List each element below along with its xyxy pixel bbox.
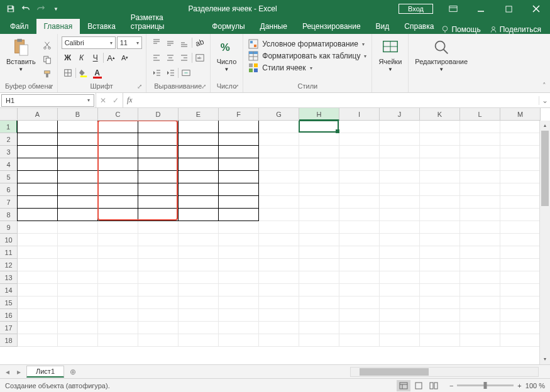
cell[interactable]	[18, 259, 58, 271]
cell[interactable]	[259, 246, 299, 259]
cell[interactable]	[339, 309, 380, 322]
col-header-F[interactable]: F	[219, 108, 259, 121]
cell[interactable]	[179, 259, 219, 271]
cell[interactable]	[259, 309, 299, 322]
cell[interactable]	[138, 322, 179, 334]
cell[interactable]	[259, 121, 299, 133]
expand-formula-bar-icon[interactable]: ⌄	[539, 96, 550, 105]
cell[interactable]	[380, 158, 420, 171]
horizontal-scrollbar[interactable]	[350, 367, 539, 377]
row-header-6[interactable]: 6	[0, 183, 18, 196]
cell[interactable]	[259, 146, 299, 158]
cell[interactable]	[339, 234, 380, 246]
cell[interactable]	[420, 121, 460, 133]
cell[interactable]	[420, 284, 460, 297]
clipboard-launcher[interactable]: ⤢	[48, 83, 53, 90]
cell[interactable]	[299, 183, 339, 196]
cell[interactable]	[500, 146, 541, 158]
accept-formula-icon[interactable]: ✓	[113, 96, 119, 105]
sheet-tab-1[interactable]: Лист1	[26, 366, 64, 378]
cell[interactable]	[218, 121, 259, 133]
cell[interactable]	[500, 297, 541, 309]
cell[interactable]	[98, 334, 138, 347]
cell[interactable]	[178, 145, 219, 158]
cell[interactable]	[218, 170, 259, 183]
cell[interactable]	[138, 246, 179, 259]
cell[interactable]	[460, 209, 500, 221]
cell[interactable]	[460, 234, 500, 246]
cell[interactable]	[138, 145, 179, 158]
cell[interactable]	[18, 322, 58, 334]
cell[interactable]	[17, 121, 58, 133]
cell[interactable]	[299, 297, 339, 309]
cell[interactable]	[178, 170, 219, 183]
cell[interactable]	[219, 221, 259, 234]
cell[interactable]	[339, 133, 380, 146]
cell[interactable]	[299, 158, 339, 171]
align-left-icon[interactable]	[150, 52, 163, 64]
wrap-text-icon[interactable]: ab	[194, 52, 206, 64]
cell[interactable]	[219, 322, 259, 334]
cell[interactable]	[299, 196, 339, 209]
cell[interactable]	[138, 183, 179, 196]
cell[interactable]	[259, 158, 299, 171]
cut-icon[interactable]	[41, 39, 53, 52]
row-header-18[interactable]: 18	[0, 334, 18, 347]
cell[interactable]	[259, 322, 299, 334]
tab-insert[interactable]: Вставка	[80, 19, 123, 34]
cell[interactable]	[339, 209, 380, 221]
format-painter-icon[interactable]	[41, 68, 53, 80]
cell[interactable]	[17, 208, 58, 221]
cell[interactable]	[460, 171, 500, 183]
cell[interactable]	[17, 195, 58, 209]
cell[interactable]	[500, 221, 541, 234]
tab-view[interactable]: Вид	[368, 19, 397, 34]
bold-button[interactable]: Ж	[62, 52, 74, 64]
tab-page-layout[interactable]: Разметка страницы	[123, 10, 205, 34]
cell[interactable]	[460, 271, 500, 284]
cell[interactable]	[380, 309, 420, 322]
cell[interactable]	[500, 246, 541, 259]
col-header-A[interactable]: A	[18, 108, 58, 121]
cell[interactable]	[138, 234, 179, 246]
cell[interactable]	[98, 309, 138, 322]
zoom-slider[interactable]	[457, 384, 514, 386]
paste-button[interactable]: Вставить ▼	[4, 36, 38, 74]
cell[interactable]	[259, 259, 299, 271]
minimize-button[interactable]	[467, 0, 495, 18]
row-header-17[interactable]: 17	[0, 322, 18, 334]
name-box[interactable]: H1▾	[1, 94, 94, 107]
cell[interactable]	[380, 133, 420, 146]
ribbon-mode-icon[interactable]	[439, 0, 467, 18]
cell[interactable]	[138, 297, 179, 309]
cell[interactable]	[97, 145, 138, 158]
cell[interactable]	[219, 284, 259, 297]
tab-data[interactable]: Данные	[253, 19, 295, 34]
cell[interactable]	[179, 284, 219, 297]
cell[interactable]	[138, 158, 179, 171]
cell[interactable]	[380, 183, 420, 196]
cell[interactable]	[500, 158, 541, 171]
cell[interactable]	[380, 334, 420, 347]
cell[interactable]	[299, 133, 339, 146]
cell[interactable]	[299, 334, 339, 347]
cell[interactable]	[500, 271, 541, 284]
cell[interactable]	[97, 195, 138, 209]
cell[interactable]	[98, 234, 138, 246]
cell[interactable]	[219, 271, 259, 284]
cell[interactable]	[380, 259, 420, 271]
cell[interactable]	[58, 322, 98, 334]
align-right-icon[interactable]	[178, 52, 190, 64]
cell[interactable]	[500, 183, 541, 196]
add-sheet-button[interactable]: ⊕	[67, 366, 79, 378]
tab-home[interactable]: Главная	[36, 19, 80, 34]
cell[interactable]	[138, 284, 179, 297]
fill-color-icon[interactable]	[77, 67, 90, 79]
zoom-in-button[interactable]: +	[517, 382, 521, 389]
orientation-icon[interactable]: ab	[194, 36, 206, 49]
font-family-combo[interactable]: Calibri▾	[62, 36, 116, 49]
collapse-ribbon-icon[interactable]: ˄	[542, 82, 546, 90]
cell[interactable]	[299, 259, 339, 271]
row-header-13[interactable]: 13	[0, 271, 18, 284]
cell[interactable]	[380, 196, 420, 209]
